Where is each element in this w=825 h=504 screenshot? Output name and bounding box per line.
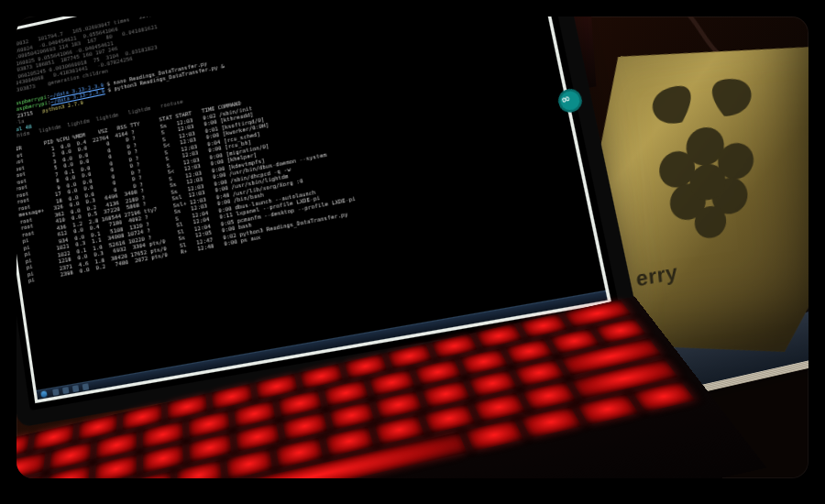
photo-frame: MATHEMATICS for Engineers & Technologist… bbox=[16, 16, 808, 478]
taskbar-item bbox=[52, 389, 59, 396]
taskbar-item bbox=[62, 387, 70, 394]
taskbar-item bbox=[72, 385, 80, 392]
taskbar-item bbox=[82, 383, 90, 390]
start-button-icon bbox=[40, 390, 47, 398]
raspberry-pi-logo-icon bbox=[627, 67, 786, 256]
scene: MATHEMATICS for Engineers & Technologist… bbox=[16, 16, 808, 478]
terminal-output: 0.000000032 101794.7 165.02693047 times … bbox=[16, 16, 574, 284]
